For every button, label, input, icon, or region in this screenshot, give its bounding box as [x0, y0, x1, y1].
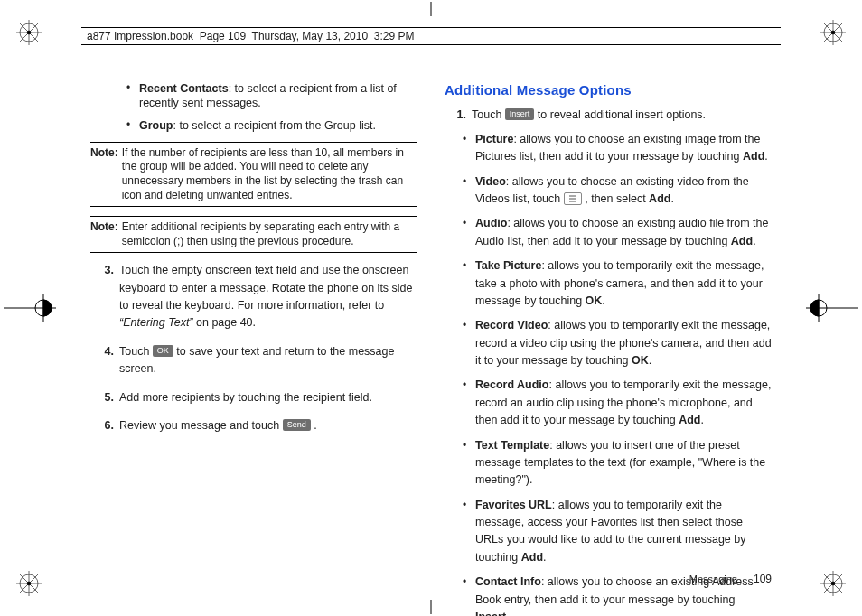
reg-tick-top: [431, 2, 432, 16]
tail: .: [543, 551, 546, 564]
tail: .: [506, 611, 509, 616]
step-text: Add more recipients by touching the reci…: [119, 391, 372, 404]
term: Group: [139, 119, 173, 132]
steps-list: 3. Touch the empty onscreen text field a…: [90, 262, 417, 434]
steps-list-right: 1. Touch Insert to reveal additional ins…: [445, 107, 772, 617]
term: Video: [475, 175, 506, 188]
svg-point-5: [27, 31, 31, 34]
tail: .: [700, 414, 703, 426]
step-text: Touch: [472, 108, 505, 121]
send-button-icon: Send: [283, 419, 311, 431]
page-header-text: a877 Impression.book Page 109 Thursday, …: [87, 30, 414, 42]
reg-tick-bottom: [431, 600, 432, 614]
bold: Insert: [475, 611, 506, 616]
term: Favorites URL: [475, 499, 552, 511]
bold: Add: [731, 235, 753, 247]
right-column: Additional Message Options 1. Touch Inse…: [445, 81, 772, 562]
step-text: Touch the empty onscreen text field and …: [119, 264, 413, 312]
step-number: 6.: [92, 417, 114, 434]
step-4: 4. Touch OK to save your text and return…: [119, 343, 417, 378]
list-item: Picture: allows you to choose an existin…: [475, 131, 772, 166]
reg-star-tl: [16, 20, 42, 45]
insert-button-icon: Insert: [505, 108, 535, 120]
term: Take Picture: [475, 259, 541, 272]
insert-options-list: Picture: allows you to choose an existin…: [472, 131, 772, 616]
step-3: 3. Touch the empty onscreen text field a…: [119, 262, 417, 332]
svg-point-23: [831, 582, 835, 585]
term: Record Video: [475, 319, 548, 331]
step-number: 5.: [92, 389, 114, 406]
list-item: Record Video: allows you to temporarily …: [475, 317, 772, 369]
list-item: Group: to select a recipient from the Gr…: [139, 118, 417, 133]
step-number: 1.: [445, 107, 466, 124]
desc: : allows you to choose an existing audio…: [475, 217, 768, 247]
term: Recent Contacts: [139, 82, 229, 95]
recipient-type-list: Recent Contacts: to select a recipient f…: [90, 81, 417, 133]
tail: .: [764, 150, 767, 163]
desc: : to select a recipient from the Group l…: [173, 119, 376, 132]
step-text: Review you message and touch: [119, 419, 283, 432]
note-box: Note: Enter additional recipients by sep…: [90, 216, 417, 253]
tail: .: [670, 192, 673, 205]
cross-reference: “Entering Text”: [119, 316, 193, 329]
note-text: If the number of recipients are less tha…: [122, 146, 417, 202]
note-label: Note:: [90, 146, 118, 202]
left-column: Recent Contacts: to select a recipient f…: [90, 81, 417, 562]
bold: Add: [649, 192, 670, 205]
bold: OK: [586, 294, 603, 307]
reg-cross-left: [4, 290, 56, 326]
list-item: Audio: allows you to choose an existing …: [475, 215, 772, 250]
term: Text Template: [475, 439, 549, 452]
reg-star-bl: [16, 571, 42, 596]
bold: Add: [743, 150, 764, 163]
step-number: 4.: [92, 343, 114, 360]
list-item: Recent Contacts: to select a recipient f…: [139, 81, 417, 111]
reg-cross-right: [806, 290, 858, 326]
term: Audio: [475, 217, 507, 229]
svg-point-11: [831, 31, 835, 34]
bold: Add: [521, 551, 543, 564]
term: Picture: [475, 133, 513, 145]
step-5: 5. Add more recipients by touching the r…: [119, 389, 417, 406]
bold: Add: [679, 414, 700, 426]
tail: .: [753, 235, 755, 247]
list-item: Video: allows you to choose an existing …: [475, 173, 772, 209]
footer-page-number: 109: [754, 573, 772, 585]
svg-point-17: [27, 582, 31, 585]
step-text: .: [314, 419, 316, 432]
page-header: a877 Impression.book Page 109 Thursday, …: [81, 27, 781, 45]
term: Contact Info: [475, 575, 541, 588]
step-1: 1. Touch Insert to reveal additional ins…: [472, 107, 772, 617]
step-text: Touch: [119, 345, 153, 358]
step-6: 6. Review you message and touch Send .: [119, 417, 417, 434]
term: Record Audio: [475, 378, 548, 391]
tail: .: [649, 354, 651, 367]
content-area: Recent Contacts: to select a recipient f…: [90, 81, 772, 562]
section-heading: Additional Message Options: [445, 81, 772, 99]
note-text: Enter additional recipients by separatin…: [122, 220, 417, 248]
ok-button-icon: OK: [153, 345, 173, 357]
desc2: , then select: [582, 192, 649, 205]
step-number: 3.: [92, 262, 114, 279]
bold: OK: [632, 354, 649, 367]
list-item: Text Template: allows you to insert one …: [475, 437, 772, 490]
page: a877 Impression.book Page 109 Thursday, …: [0, 0, 862, 616]
page-footer: Messaging 109: [689, 573, 772, 585]
reg-star-tr: [820, 20, 846, 45]
note-label: Note:: [90, 220, 118, 248]
step-text: to reveal additional insert options.: [538, 108, 706, 121]
footer-section: Messaging: [689, 574, 737, 584]
list-item: Record Audio: allows you to temporarily …: [475, 377, 772, 429]
desc: : allows you to choose an existing image…: [475, 133, 760, 163]
note-box: Note: If the number of recipients are le…: [90, 142, 417, 207]
reg-star-br: [820, 571, 846, 596]
step-text-tail: on page 40.: [196, 316, 256, 329]
list-item: Take Picture: allows you to temporarily …: [475, 257, 772, 310]
list-item: Favorites URL: allows you to temporarily…: [475, 497, 772, 567]
tail: .: [602, 294, 604, 307]
menu-icon: [564, 192, 582, 205]
